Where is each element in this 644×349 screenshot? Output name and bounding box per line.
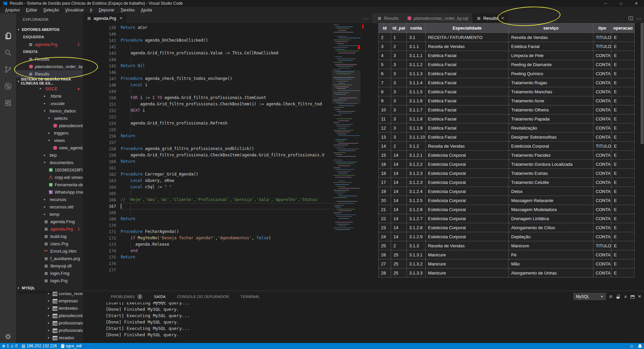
feedback-smiley-icon[interactable]: ☺ bbox=[627, 343, 636, 349]
extensions-icon[interactable] bbox=[4, 99, 12, 107]
panel-tab-problemas[interactable]: PROBLEMAS1 bbox=[111, 291, 143, 302]
tree-item-views[interactable]: ▾views bbox=[16, 137, 83, 144]
mysql-table-profissionais[interactable]: ▸profissionais bbox=[16, 319, 83, 327]
tree-item-vscode[interactable]: ▸.vscode bbox=[16, 100, 83, 107]
problems-status[interactable]: ⊗ 1 ⚠ 0 bbox=[0, 343, 19, 349]
output-channel-select[interactable]: MySQL ▼ bbox=[574, 293, 606, 300]
table-row[interactable]: 15143.1.2.1Esteticista CorporalTratament… bbox=[379, 151, 635, 160]
table-row[interactable]: 1333.1.1.10Estética FacialDesigner Sobra… bbox=[379, 133, 635, 142]
tree-item-triggers[interactable]: ▸triggers bbox=[16, 129, 83, 137]
table-row[interactable]: 433.1.1.1Estética FacialLimpeza de PeleC… bbox=[379, 51, 635, 60]
tree-item-bkp[interactable]: ▸bkp bbox=[16, 151, 83, 159]
panel-layout-icon[interactable] bbox=[631, 295, 635, 299]
mysql-table-lembretes[interactable]: ▸lembretes bbox=[16, 304, 83, 312]
table-row[interactable]: 17143.1.2.3Esteticista CorporalTratament… bbox=[379, 178, 635, 187]
table-row[interactable]: 1033.1.1.7Estética FacialTratamento Olhe… bbox=[379, 105, 635, 114]
menu-item-sele-o[interactable]: Seleção bbox=[40, 7, 62, 12]
tree-item-agenda-prg[interactable]: agenda.Prg1 bbox=[16, 225, 83, 233]
tree-item-hbmk[interactable]: ▸.hbmk bbox=[16, 92, 83, 100]
menu-item-depurar[interactable]: Depurar bbox=[96, 7, 117, 12]
mysql-table-empresas[interactable]: ▸empresas bbox=[16, 297, 83, 304]
panel-tab-sa-da[interactable]: SAÍDA bbox=[154, 291, 166, 302]
maximize-panel-icon[interactable]: ∧ bbox=[623, 294, 628, 299]
close-panel-icon[interactable]: ✕ bbox=[637, 294, 642, 299]
panel-tab-console-do-depurador[interactable]: CONSOLE DO DEPURADOR bbox=[177, 291, 229, 302]
database-status[interactable]: sgce_edi bbox=[59, 343, 84, 349]
debug-icon[interactable] bbox=[4, 82, 12, 91]
open-editor-agenda-prg[interactable]: agenda.Prg1 bbox=[16, 41, 83, 48]
table-row[interactable]: 833.1.1.5Estética FacialTratamento Manch… bbox=[379, 87, 635, 96]
tree-item-recursos[interactable]: ▸recursos bbox=[16, 196, 83, 203]
explorer-icon[interactable] bbox=[4, 32, 12, 40]
table-row[interactable]: 633.1.1.3Estética FacialPeeling QuímicoC… bbox=[379, 69, 635, 78]
close-icon[interactable]: ✕ bbox=[501, 16, 504, 20]
mysql-section-header[interactable]: ▾ MYSQL bbox=[16, 284, 83, 292]
open-editor-results[interactable]: Results bbox=[16, 55, 83, 63]
tree-item-class-prg[interactable]: class.Prg bbox=[16, 240, 83, 247]
workspace-header[interactable]: ▾ SISTEMA DE GESTÃO PARA CLÍNICAS DE ES.… bbox=[16, 78, 83, 85]
tab-right-planodecontas-order-by-sql[interactable]: planodecontas_order_by.sql bbox=[403, 13, 472, 23]
maximize-button[interactable]: □ bbox=[613, 0, 629, 7]
menu-item-ajuda[interactable]: Ajuda bbox=[138, 7, 155, 12]
tree-item-f-auxiliares-prg[interactable]: f_auxiliares.prg bbox=[16, 255, 83, 262]
close-icon[interactable]: ✕ bbox=[119, 16, 122, 20]
close-button[interactable]: ✕ bbox=[629, 0, 644, 7]
open-editor-results[interactable]: Results bbox=[16, 70, 83, 78]
mysql-server-status[interactable]: ▤ 186.202.132.226 bbox=[19, 343, 59, 349]
tree-item-errorlog-htm[interactable]: ErrorLog.Htm bbox=[16, 247, 83, 255]
tree-item-login-fmg[interactable]: login.Fmg bbox=[16, 269, 83, 277]
overview-ruler[interactable] bbox=[361, 23, 365, 291]
table-row[interactable]: 1233.1.1.9Estética FacialRevitalizaçãoCO… bbox=[379, 123, 635, 133]
tree-item-cnpj-edi-simeoni-pdf[interactable]: cnpj-edi simeoni.pdf bbox=[16, 173, 83, 181]
table-row[interactable]: 22143.1.2.7Esteticista CorporalDrenagem … bbox=[379, 214, 635, 223]
table-row[interactable]: 24143.1.2.9Esteticista CorporalDepilação… bbox=[379, 232, 635, 241]
mysql-table-profissionais-especialidades[interactable]: ▸profissionais_especialidades bbox=[16, 327, 83, 334]
minimap-slider[interactable] bbox=[332, 70, 361, 104]
tab-left-agenda-prg[interactable]: agenda.Prg✕ bbox=[83, 13, 126, 23]
tree-item-documentos[interactable]: ▾documentos bbox=[16, 159, 83, 166]
table-row[interactable]: 23143.1.2.8Esteticista CorporalAlongamen… bbox=[379, 223, 635, 232]
table-row[interactable]: 1423.1.2Receita de VendasEsteticista Cor… bbox=[379, 142, 635, 151]
minimize-button[interactable]: ─ bbox=[598, 0, 613, 7]
table-row[interactable]: 933.1.1.6Estética FacialTratamento AcneC… bbox=[379, 96, 635, 105]
table-row[interactable]: 21143.1.2.6Esteticista CorporalMassagem … bbox=[379, 205, 635, 214]
split-editor-icon[interactable] bbox=[629, 16, 633, 20]
open-editor-planodecontas-order-by-sql[interactable]: planodecontas_order_by.sqlbanco... bbox=[16, 63, 83, 70]
settings-gear-icon[interactable] bbox=[4, 332, 12, 341]
tab-right-results[interactable]: Results bbox=[373, 13, 402, 23]
tree-item-banco-dados[interactable]: ▾banco_dados bbox=[16, 107, 83, 114]
output-log[interactable]: [Start] Executing MySQL query...[Done] F… bbox=[83, 302, 644, 343]
table-row[interactable]: 533.1.1.2Estética FacialPeeling de Diama… bbox=[379, 60, 635, 69]
table-row[interactable]: 16143.1.2.2Esteticista CorporalTratament… bbox=[379, 160, 635, 169]
tree-item-planodecontas-order-by-sql[interactable]: planodecontas_order_by.sql bbox=[16, 122, 83, 129]
mysql-table-planodecontas[interactable]: ▸planodecontas bbox=[16, 312, 83, 319]
menu-item-editar[interactable]: Editar bbox=[23, 7, 40, 12]
code-editor[interactable]: 139Return aCor140141Procedure agenda_OnC… bbox=[83, 23, 373, 291]
tree-item-agenda-fmg[interactable]: agenda.Fmg bbox=[16, 218, 83, 225]
tree-item-libmysql-dll[interactable]: libmysql.dll bbox=[16, 262, 83, 269]
tree-item-ferramenta-de-contas-a-pagar[interactable]: Ferramenta-de-Contas-a-Pagar-... bbox=[16, 181, 83, 188]
menu-item-visualizar[interactable]: Visualizar bbox=[62, 7, 87, 12]
tree-item-view-agenda-sql[interactable]: view_agenda.sql bbox=[16, 144, 83, 151]
table-row[interactable]: 18143.1.2.3Esteticista CorporalTratament… bbox=[379, 169, 635, 178]
panel-tab-terminal[interactable]: TERMINAL bbox=[240, 291, 260, 302]
tree-item-build-log[interactable]: build.log bbox=[16, 233, 83, 240]
table-row[interactable]: 19143.1.2.4Esteticista CorporalDetoxCONT… bbox=[379, 187, 635, 196]
clear-output-icon[interactable]: ⊘ bbox=[608, 294, 613, 299]
results-scrollbar[interactable] bbox=[641, 23, 644, 144]
table-row[interactable]: 323.1.1Receita de VendasEstética FacialT… bbox=[379, 42, 635, 51]
search-icon[interactable] bbox=[4, 48, 12, 57]
menu-item-arquivo[interactable]: Arquivo bbox=[2, 7, 23, 12]
tree-item-selects[interactable]: ▾selects bbox=[16, 114, 83, 122]
source-control-icon[interactable] bbox=[4, 65, 12, 74]
tree-item-sgce[interactable]: ▾SGCE● bbox=[16, 85, 83, 92]
tree-item-temp[interactable]: ▸temp bbox=[16, 210, 83, 218]
tab-right-results[interactable]: Results✕ bbox=[473, 13, 508, 23]
table-row[interactable]: 1133.1.1.8Estética FacialTratamento Papa… bbox=[379, 114, 635, 123]
notifications-bell-icon[interactable] bbox=[636, 343, 644, 349]
minimap[interactable] bbox=[332, 23, 361, 238]
menu-item-tarefas[interactable]: Tarefas bbox=[117, 7, 138, 12]
menu-item-ir[interactable]: Ir bbox=[87, 7, 96, 12]
more-actions-icon[interactable]: ··· bbox=[363, 13, 369, 23]
table-row[interactable]: 20143.1.2.5Esteticista CorporalMassagem … bbox=[379, 196, 635, 205]
